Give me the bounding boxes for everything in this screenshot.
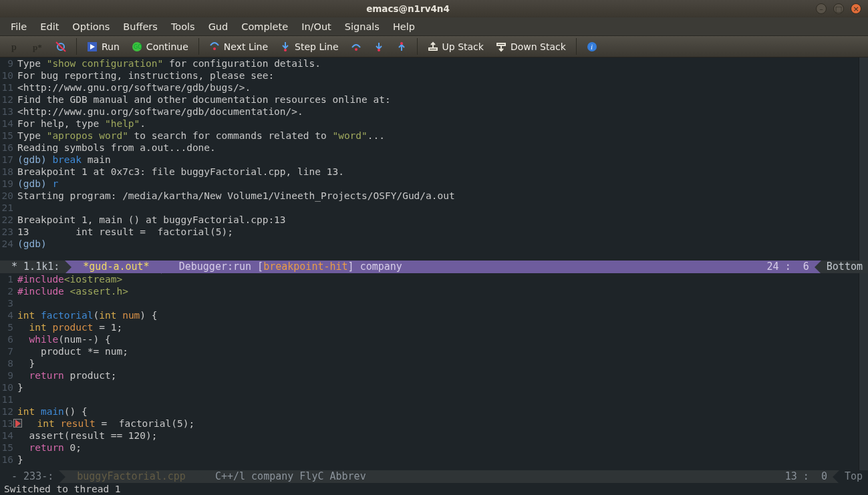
source-line: 16} — [0, 454, 868, 466]
svg-text:p: p — [11, 42, 17, 52]
menu-buffers[interactable]: Buffers — [116, 19, 164, 34]
menu-inout[interactable]: In/Out — [295, 19, 338, 34]
up-stack-label: Up Stack — [442, 41, 484, 52]
source-line: 4int factorial(int num) { — [0, 309, 868, 321]
run-button[interactable]: Run — [81, 36, 126, 57]
menu-tools[interactable]: Tools — [164, 19, 202, 34]
line-number: 15 — [0, 442, 15, 454]
up-stack-button[interactable]: Up Stack — [422, 36, 490, 57]
line-number: 21 — [0, 202, 15, 214]
line-number: 18 — [0, 166, 15, 178]
gdb-line: 2313 int result = factorial(5); — [0, 226, 868, 238]
line-number: 11 — [0, 393, 15, 405]
menubar: FileEditOptionsBuffersToolsGudCompleteIn… — [0, 17, 868, 36]
gdb-pane[interactable]: 9Type "show configuration" for configura… — [0, 57, 868, 261]
scrollbar[interactable] — [859, 273, 868, 470]
line-number: 15 — [0, 130, 15, 142]
step-out-icon — [396, 41, 407, 52]
modeline-gud[interactable]: * 1.1k 1: *gud-a.out* Debugger:run [brea… — [0, 261, 868, 273]
modeline-flags: - 233 -: — [0, 470, 59, 483]
print-button[interactable]: p — [4, 36, 27, 57]
gdb-line: 20Starting program: /media/kartha/New Vo… — [0, 190, 868, 202]
step-line-label: Step Line — [295, 41, 339, 52]
line-number: 17 — [0, 154, 15, 166]
continue-button[interactable]: GO Continue — [126, 36, 194, 57]
step-over-icon — [209, 41, 220, 52]
source-line: 3 — [0, 297, 868, 309]
scrollbar[interactable] — [859, 57, 868, 261]
gdb-line: 10For bug reporting, instructions, pleas… — [0, 69, 868, 81]
up-stack-icon — [428, 41, 438, 52]
source-pane[interactable]: 1#include<iostream>2#include <assert.h>3… — [0, 273, 868, 470]
next-line-button[interactable]: Next Line — [203, 36, 274, 57]
source-line: 2#include <assert.h> — [0, 285, 868, 297]
minimize-button[interactable]: – — [816, 3, 827, 14]
print-icon: p — [10, 41, 21, 52]
buffer-name: buggyFactorial.cpp — [77, 470, 186, 483]
menu-file[interactable]: File — [4, 19, 33, 34]
source-line: 10} — [0, 381, 868, 393]
next-instr-button[interactable] — [368, 36, 390, 57]
line-number: 14 — [0, 430, 15, 442]
source-line: 11 — [0, 393, 868, 405]
source-line: 5 int product = 1; — [0, 321, 868, 333]
step-instr-icon — [351, 41, 361, 52]
info-button[interactable]: i — [581, 36, 603, 57]
window-titlebar: emacs@n1rv4n4 – □ × — [0, 0, 868, 17]
line-number: 23 — [0, 226, 15, 238]
finish-button[interactable] — [390, 36, 413, 57]
menu-signals[interactable]: Signals — [338, 19, 386, 34]
line-number: 13 — [0, 418, 15, 430]
maximize-button[interactable]: □ — [833, 3, 844, 14]
line-number: 8 — [0, 357, 15, 369]
down-stack-label: Down Stack — [511, 41, 566, 52]
down-stack-icon — [496, 41, 507, 52]
breakpoint-marker[interactable] — [13, 419, 22, 428]
line-number: 24 — [0, 238, 15, 250]
line-number: 7 — [0, 345, 15, 357]
watch-button[interactable] — [49, 36, 72, 57]
line-number: 2 — [0, 285, 15, 297]
step-line-button[interactable]: Step Line — [274, 36, 345, 57]
menu-gud[interactable]: Gud — [202, 19, 235, 34]
step-instr-button[interactable] — [345, 36, 368, 57]
next-line-label: Next Line — [224, 41, 268, 52]
minibuffer[interactable]: Switched to thread 1 — [0, 483, 868, 495]
source-line: 8 } — [0, 357, 868, 369]
line-number: 12 — [0, 405, 15, 418]
svg-point-12 — [400, 42, 403, 45]
modeline-source[interactable]: - 233 -: buggyFactorial.cpp C++/l compan… — [0, 470, 868, 483]
source-line: 15 return 0; — [0, 442, 868, 454]
menu-help[interactable]: Help — [386, 19, 422, 34]
watch-icon — [55, 41, 66, 52]
close-button[interactable]: × — [851, 3, 861, 14]
breakpoint-state: breakpoint-hit — [263, 261, 347, 273]
continue-label: Continue — [146, 41, 188, 52]
svg-rect-14 — [497, 43, 505, 45]
line-number: 16 — [0, 454, 15, 466]
menu-options[interactable]: Options — [65, 19, 116, 34]
menu-edit[interactable]: Edit — [33, 19, 65, 34]
toolbar: p p* Run GO Continue Next Line Step Line… — [0, 36, 868, 57]
gdb-line: 19(gdb) r — [0, 178, 868, 190]
down-stack-button[interactable]: Down Stack — [490, 36, 572, 57]
svg-point-11 — [378, 49, 380, 51]
svg-point-8 — [213, 47, 216, 50]
gdb-line: 9Type "show configuration" for configura… — [0, 57, 868, 69]
gdb-line: 15Type "apropos word" to search for comm… — [0, 130, 868, 142]
gdb-line: 24(gdb) — [0, 238, 868, 250]
line-number: 10 — [0, 381, 15, 393]
print-star-button[interactable]: p* — [27, 36, 49, 57]
menu-complete[interactable]: Complete — [235, 19, 295, 34]
step-into-icon — [280, 41, 291, 52]
source-line: 9 return product; — [0, 369, 868, 381]
line-number: 1 — [0, 273, 15, 285]
source-line: 13 int result = factorial(5); — [0, 418, 868, 430]
gdb-line: 11<http://www.gnu.org/software/gdb/bugs/… — [0, 81, 868, 94]
scroll-pos: Bottom — [821, 261, 868, 273]
next-instr-icon — [374, 41, 384, 52]
scroll-pos: Top — [839, 470, 868, 483]
line-number: 16 — [0, 142, 15, 154]
gdb-line: 14For help, type "help". — [0, 118, 868, 130]
gdb-line: 12Find the GDB manual and other document… — [0, 94, 868, 106]
